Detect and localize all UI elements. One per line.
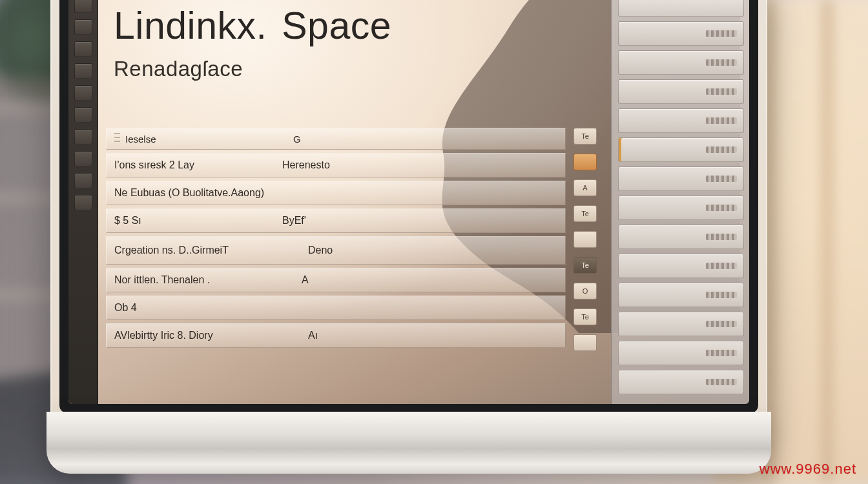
value-bar: [706, 59, 737, 66]
value-bar: [706, 379, 737, 385]
main-list: Ieselse G I'ons sıresk 2 Lay Herenesto N…: [106, 128, 566, 351]
mid-icon-strip: Te A Te Te O Te: [574, 128, 597, 360]
row-col-b: Herenesto: [282, 159, 366, 171]
list-header-hint: G: [293, 134, 557, 145]
row-col-a: AVlebirtty Iric 8. Diory: [114, 330, 308, 341]
row-col-b: Deno: [308, 245, 392, 256]
value-bar: [706, 88, 737, 95]
page-subtitle: Renadagſace: [114, 57, 607, 81]
list-row[interactable]: AVlebirtty Iric 8. Diory Aı: [106, 323, 566, 348]
tool-icon[interactable]: [74, 41, 92, 57]
panel-row[interactable]: [618, 225, 744, 249]
list-header[interactable]: Ieselse G: [106, 128, 566, 150]
strip-chip[interactable]: A: [574, 179, 597, 196]
left-toolbar: [68, 0, 98, 404]
value-bar: [706, 234, 737, 240]
panel-row[interactable]: [618, 166, 744, 191]
strip-chip[interactable]: Te: [574, 308, 597, 325]
tool-icon[interactable]: [74, 0, 92, 13]
value-bar: [706, 30, 737, 37]
panel-row[interactable]: [618, 312, 744, 336]
list-header-label: Ieselse: [125, 134, 293, 145]
tool-icon[interactable]: [74, 85, 92, 101]
value-bar: [706, 321, 737, 327]
panel-row[interactable]: [618, 79, 744, 104]
tool-icon[interactable]: [74, 195, 92, 210]
tool-icon[interactable]: [74, 19, 92, 35]
value-bar: [706, 205, 737, 211]
strip-chip[interactable]: Te: [574, 257, 597, 274]
properties-panel: [611, 0, 749, 404]
panel-row[interactable]: [618, 341, 744, 365]
row-col-a: $ 5 Sı: [114, 215, 282, 227]
row-col-a: Ob 4: [114, 302, 282, 314]
tool-icon[interactable]: [74, 107, 92, 123]
grip-icon: [114, 132, 120, 146]
panel-row[interactable]: [618, 21, 744, 46]
tool-icon[interactable]: [74, 151, 92, 166]
row-col-a: Ne Eubuas (O Buolitatve.Aaong): [114, 187, 360, 199]
panel-row[interactable]: [618, 137, 744, 162]
value-bar: [706, 146, 737, 153]
strip-chip[interactable]: [574, 334, 597, 351]
tool-icon[interactable]: [74, 173, 92, 188]
row-col-a: I'ons sıresk 2 Lay: [114, 159, 282, 171]
strip-chip[interactable]: Te: [574, 128, 597, 145]
screen: Lindinkx. Space Renadagſace Ieselse G I'…: [68, 0, 749, 404]
panel-row[interactable]: [618, 254, 744, 278]
row-col-b: ByEf': [282, 215, 366, 227]
page-title: Lindinkx. Space: [114, 4, 607, 48]
panel-row[interactable]: [618, 370, 744, 394]
row-col-a: Nor ittlen. Thenalen .: [114, 274, 302, 286]
row-col-b: Aı: [308, 330, 392, 341]
tool-icon[interactable]: [74, 63, 92, 79]
list-row[interactable]: Nor ittlen. Thenalen . A: [106, 268, 566, 292]
value-bar: [706, 350, 737, 356]
list-row[interactable]: Crgeation ns. D..GirmeiT Deno: [106, 236, 566, 265]
strip-chip[interactable]: [574, 154, 597, 170]
value-bar: [706, 292, 737, 298]
monitor-bezel: Lindinkx. Space Renadagſace Ieselse G I'…: [59, 0, 758, 413]
value-bar: [706, 117, 737, 124]
monitor-frame: Lindinkx. Space Renadagſace Ieselse G I'…: [50, 0, 767, 427]
panel-row[interactable]: [618, 50, 744, 75]
panel-row[interactable]: [618, 283, 744, 307]
row-col-b: A: [302, 274, 386, 286]
panel-title: [618, 0, 744, 17]
list-row[interactable]: Ne Eubuas (O Buolitatve.Aaong): [106, 181, 566, 205]
value-bar: [706, 263, 737, 269]
list-row[interactable]: Ob 4: [106, 296, 566, 320]
row-col-a: Crgeation ns. D..GirmeiT: [114, 245, 308, 256]
strip-chip[interactable]: O: [574, 283, 597, 299]
strip-chip[interactable]: Te: [574, 205, 597, 222]
value-bar: [706, 176, 737, 182]
panel-row[interactable]: [618, 196, 744, 220]
list-row[interactable]: I'ons sıresk 2 Lay Herenesto: [106, 153, 566, 177]
list-row[interactable]: $ 5 Sı ByEf': [106, 208, 566, 233]
watermark: www.9969.net: [760, 461, 856, 478]
strip-chip[interactable]: [574, 231, 597, 248]
panel-row[interactable]: [618, 108, 744, 133]
tool-icon[interactable]: [74, 129, 92, 145]
